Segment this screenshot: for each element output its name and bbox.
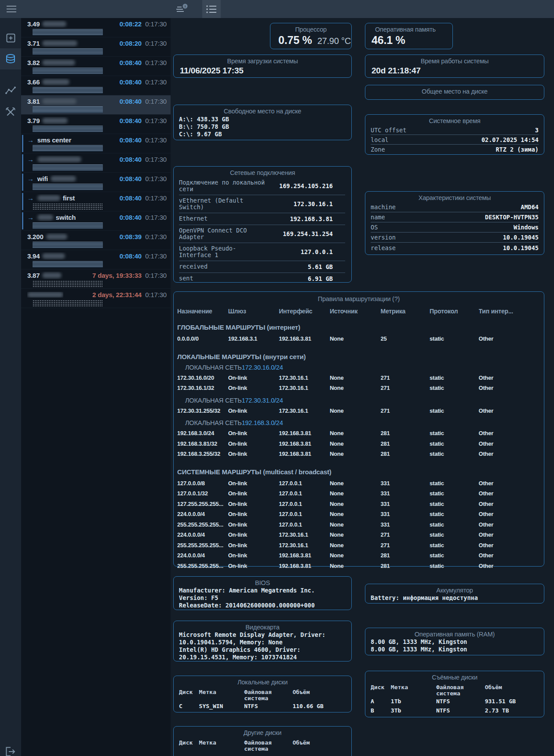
card-title: Съёмные диски: [365, 671, 544, 681]
subnet-address[interactable]: 172.30.31.0/24: [242, 397, 283, 404]
database-icon: [5, 54, 16, 64]
free-disk-card: Свободное место на диске A:\: 438.33 GB …: [173, 105, 352, 140]
routing-row: 127.0.0.1/32On-link127.0.0.1None331stati…: [174, 488, 544, 499]
tools-button[interactable]: [0, 102, 21, 123]
sidebar-host-item[interactable]: →sms center0:08:400:17:30: [21, 134, 171, 153]
routing-cell: 192.168.3.1: [228, 334, 279, 344]
host-name-text: 3.79: [27, 117, 40, 124]
redacted-detail-bar: [33, 106, 103, 113]
host-name: 3.94: [27, 252, 101, 260]
disk-cell: NTFS: [436, 697, 485, 706]
routing-cell: static: [430, 334, 479, 344]
boot-time-value: 11/06/2025 17:35: [174, 66, 351, 76]
disk-cell: NTFS: [244, 701, 292, 711]
disk-column-header: Файловая система: [244, 689, 292, 701]
logout-button[interactable]: [0, 741, 21, 756]
host-total-time: 0:17:30: [142, 175, 171, 182]
host-name-text: sms center: [37, 136, 71, 144]
routing-cell: 271: [381, 530, 430, 540]
sidebar-host-item[interactable]: 3.820:08:400:17:30: [21, 57, 171, 76]
sidebar-host-item[interactable]: 3.940:08:400:17:30: [21, 250, 171, 269]
sidebar-host-item[interactable]: 2 days, 22:31:440:17:30: [21, 289, 171, 308]
host-total-time: 0:17:30: [142, 194, 171, 202]
sidebar-host-item[interactable]: →switch0:08:400:17:30: [21, 211, 171, 231]
routing-cell: None: [330, 334, 381, 344]
sidebar-host-item[interactable]: →first0:08:400:17:30: [21, 192, 171, 211]
subnet-label: ЛОКАЛЬНАЯ СЕТЬ: [185, 419, 242, 426]
subnet-address[interactable]: 172.30.16.0/24: [242, 364, 283, 371]
routing-cell: On-link: [228, 550, 279, 561]
routing-cell: 192.168.3.81: [279, 439, 330, 449]
network-adapter-name: received: [179, 263, 266, 270]
host-uptime-duration: 2 days, 22:31:44: [63, 291, 142, 298]
disk-row: A1TbNTFS931.51 GB: [365, 697, 544, 706]
routing-cell: static: [430, 383, 479, 393]
routing-cell: None: [330, 406, 381, 416]
routing-cell: Other: [479, 449, 540, 459]
sidebar-host-item[interactable]: 3.790:08:400:17:30: [21, 115, 171, 134]
routing-cell: None: [330, 520, 381, 530]
routing-cell: 172.30.16.1: [279, 540, 330, 551]
other-disks-card: Другие диски ДискМеткаФайловая системаОб…: [173, 726, 352, 756]
network-adapter-value: 6.91 GB: [308, 275, 345, 282]
sidebar-host-item[interactable]: →0:08:400:17:30: [21, 153, 171, 173]
removable-disks-card: Съёмные диски ДискМеткаФайловая системаО…: [365, 671, 544, 717]
routing-row: 192.168.3.81/32On-link192.168.3.81None28…: [174, 439, 544, 449]
sidebar-host-item[interactable]: →wifi0:08:400:17:30: [21, 173, 171, 192]
routing-cell: None: [330, 478, 381, 489]
redacted-name: [42, 21, 66, 27]
disk-column-header: Диск: [371, 684, 391, 697]
kv-value: 10.0.19045: [503, 234, 539, 241]
routing-cell: On-link: [228, 540, 279, 551]
subhost-arrow-icon: →: [27, 156, 34, 163]
sidebar-host-item[interactable]: 3.810:08:400:17:30: [21, 95, 171, 115]
add-window-button[interactable]: [0, 27, 21, 48]
routing-column-header: Назначение: [177, 308, 228, 315]
routing-cell: None: [330, 428, 381, 439]
tab-list-view[interactable]: [202, 0, 221, 18]
network-row: Loopback Pseudo-Interface 1127.0.0.1: [179, 243, 345, 261]
host-name: →wifi: [27, 175, 101, 182]
sidebar-host-item[interactable]: 3.710:08:200:17:30: [21, 37, 171, 57]
routing-row: 127.0.0.0/8On-link127.0.0.1None331static…: [174, 478, 544, 489]
disk-column-header: Метка: [391, 684, 436, 697]
menu-icon[interactable]: [6, 5, 17, 13]
host-uptime-duration: 0:08:40: [101, 214, 142, 221]
network-card: Сетевые подключения Подключение по локал…: [173, 166, 352, 283]
subnet-label: ЛОКАЛЬНАЯ СЕТЬ: [185, 364, 242, 371]
host-row: →first0:08:400:17:30: [27, 194, 171, 202]
routing-row: 224.0.0.0/4On-link127.0.0.1None331static…: [174, 509, 544, 520]
network-adapter-name: sent: [179, 275, 266, 282]
card-title: Аккумулятор: [365, 584, 544, 594]
routing-cell: 25: [381, 334, 430, 344]
charts-button[interactable]: [0, 80, 21, 101]
cpu-card: Процессор 0.75 % 27.90 °C: [270, 23, 352, 49]
redacted-name: [46, 234, 67, 240]
database-button[interactable]: [0, 48, 21, 69]
host-total-time: 0:17:30: [142, 272, 171, 279]
sidebar-host-item[interactable]: 3.877 days, 19:33:330:17:30: [21, 269, 171, 289]
host-name: 3.82: [27, 59, 101, 66]
sidebar-host-item[interactable]: 3.490:08:220:17:30: [21, 18, 171, 37]
redacted-detail-bar: [33, 280, 103, 287]
routing-cell: On-link: [228, 488, 279, 499]
subnet-address[interactable]: 192.168.3.0/24: [242, 419, 283, 426]
tab-log-filter[interactable]: i: [172, 0, 191, 18]
sidebar-host-item[interactable]: 3.660:08:400:17:30: [21, 76, 171, 95]
routing-cell: 224.0.0.0/4: [177, 550, 228, 561]
routing-cell: 192.168.3.81/32: [177, 439, 228, 449]
sidebar-host-item[interactable]: 3.2000:08:390:17:30: [21, 231, 171, 250]
host-name-text: 3.66: [27, 78, 40, 86]
host-total-time: 0:17:30: [142, 136, 171, 144]
kv-key: Zone: [371, 146, 385, 153]
ram-module-line: 8.00 GB, 1333 MHz, Kingston: [371, 646, 539, 653]
kv-value: 3: [535, 127, 539, 134]
routing-cell: 224.0.0.0/4: [177, 530, 228, 540]
host-name-text: switch: [56, 214, 76, 221]
routing-cell: 271: [381, 373, 430, 383]
routing-cell: 0.0.0.0/0: [177, 334, 228, 344]
host-uptime-duration: 0:08:40: [101, 156, 142, 163]
disk-cell: 3Tb: [391, 706, 436, 715]
host-row: 3.810:08:400:17:30: [27, 97, 171, 105]
bios-line: Version: F5: [179, 594, 346, 602]
